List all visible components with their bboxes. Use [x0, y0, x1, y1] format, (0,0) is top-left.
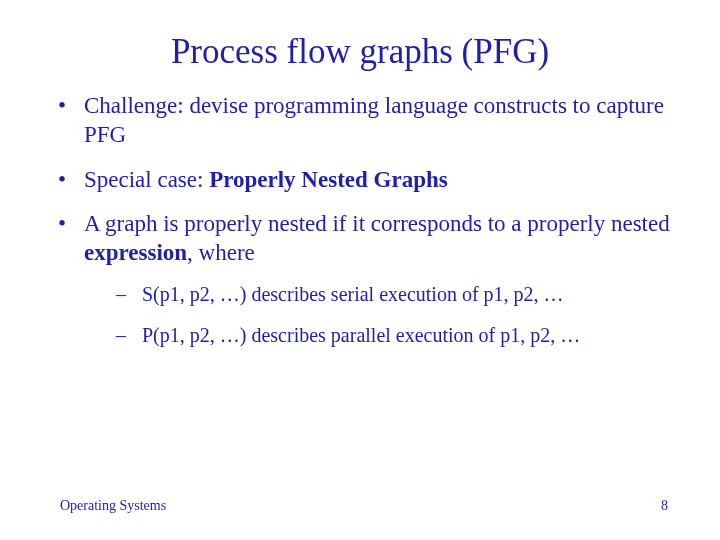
bullet-text: A graph is properly nested if it corresp… [84, 211, 670, 236]
bullet-bold: expression [84, 240, 187, 265]
bullet-item: Challenge: devise programming language c… [48, 92, 672, 150]
slide: Process flow graphs (PFG) Challenge: dev… [0, 0, 720, 540]
sub-bullet-item: P(p1, p2, …) describes parallel executio… [84, 323, 672, 348]
sub-bullet-text: S(p1, p2, …) describes serial execution … [142, 283, 564, 305]
bullet-text: Challenge: devise programming language c… [84, 93, 664, 147]
bullet-item: Special case: Properly Nested Graphs [48, 166, 672, 195]
slide-title: Process flow graphs (PFG) [48, 32, 672, 72]
bullet-bold: Properly Nested Graphs [209, 167, 448, 192]
sub-bullet-text: P(p1, p2, …) describes parallel executio… [142, 324, 580, 346]
sub-bullet-list: S(p1, p2, …) describes serial execution … [84, 282, 672, 348]
bullet-text: Special case: [84, 167, 209, 192]
sub-bullet-item: S(p1, p2, …) describes serial execution … [84, 282, 672, 307]
bullet-item: A graph is properly nested if it corresp… [48, 210, 672, 348]
footer-left: Operating Systems [60, 498, 166, 514]
bullet-list: Challenge: devise programming language c… [48, 92, 672, 348]
page-number: 8 [661, 498, 668, 514]
bullet-text: , where [187, 240, 255, 265]
